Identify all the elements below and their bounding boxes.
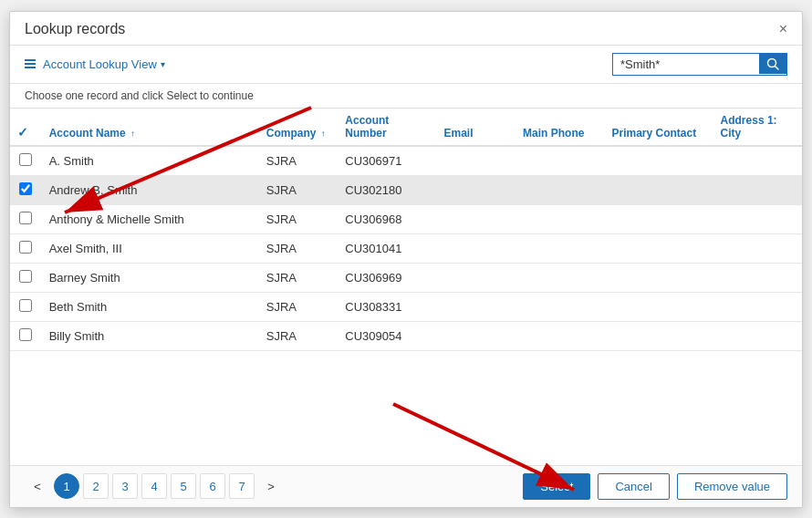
row-checkbox-cell[interactable]: [10, 175, 42, 204]
sort-icon: ↑: [321, 129, 326, 139]
dialog-title: Lookup records: [25, 21, 125, 37]
page-5-button[interactable]: 5: [171, 473, 196, 499]
svg-line-1: [776, 67, 779, 70]
table-row[interactable]: Beth Smith SJRA CU308331: [10, 292, 802, 321]
company-cell: SJRA: [259, 175, 338, 204]
view-label: Account Lookup View: [43, 57, 157, 71]
search-input[interactable]: [613, 54, 759, 75]
dialog-toolbar: Account Lookup View ▾: [10, 46, 802, 84]
primary-contact-cell: [605, 233, 713, 263]
address-city-cell: [713, 263, 802, 292]
row-checkbox[interactable]: [19, 241, 32, 254]
email-cell: [437, 263, 516, 292]
sort-icon: ↑: [130, 129, 135, 139]
cancel-button[interactable]: Cancel: [598, 473, 669, 500]
main-phone-header[interactable]: Main Phone: [515, 109, 604, 146]
table-container[interactable]: ✓ Account Name ↑ Company ↑ Account Numbe…: [10, 109, 802, 465]
select-all-header: ✓: [10, 109, 42, 146]
checkmark-icon: ✓: [17, 125, 28, 140]
email-cell: [437, 233, 516, 263]
company-cell: SJRA: [259, 263, 338, 292]
account-number-header[interactable]: Account Number: [338, 109, 436, 146]
table-row[interactable]: Anthony & Michelle Smith SJRA CU306968: [10, 204, 802, 233]
account-name-cell: Beth Smith: [42, 292, 259, 321]
records-table: ✓ Account Name ↑ Company ↑ Account Numbe…: [10, 109, 802, 351]
row-checkbox-cell[interactable]: [10, 146, 42, 176]
row-checkbox-cell[interactable]: [10, 204, 42, 233]
email-cell: [437, 204, 516, 233]
table-row[interactable]: A. Smith SJRA CU306971: [10, 146, 802, 176]
table-header-row: ✓ Account Name ↑ Company ↑ Account Numbe…: [10, 109, 802, 146]
address-city-cell: [713, 292, 802, 321]
table-row[interactable]: Axel Smith, III SJRA CU301041: [10, 233, 802, 263]
account-name-header[interactable]: Account Name ↑: [42, 109, 259, 146]
primary-contact-cell: [605, 175, 713, 204]
pagination: < 1 2 3 4 5 6 7 >: [25, 473, 284, 499]
address-city-cell: [713, 321, 802, 350]
remove-value-button[interactable]: Remove value: [677, 473, 787, 500]
row-checkbox[interactable]: [19, 328, 32, 341]
row-checkbox[interactable]: [19, 212, 32, 224]
action-buttons: Select Cancel Remove value: [523, 473, 787, 500]
primary-contact-cell: [605, 204, 713, 233]
dialog-body: ✓ Account Name ↑ Company ↑ Account Numbe…: [10, 109, 802, 465]
account-name-cell: Axel Smith, III: [42, 233, 259, 263]
table-body: A. Smith SJRA CU306971 Andrew B. Smith S…: [10, 146, 802, 351]
account-number-cell: CU306968: [338, 204, 436, 233]
email-cell: [437, 321, 516, 350]
primary-contact-header[interactable]: Primary Contact: [605, 109, 713, 146]
select-button[interactable]: Select: [523, 473, 590, 500]
main-phone-cell: [515, 292, 604, 321]
address-city-header[interactable]: Address 1: City: [713, 109, 802, 146]
row-checkbox[interactable]: [19, 182, 32, 195]
row-checkbox-cell[interactable]: [10, 263, 42, 292]
email-header[interactable]: Email: [437, 109, 516, 146]
page-3-button[interactable]: 3: [112, 473, 138, 499]
page-6-button[interactable]: 6: [200, 473, 225, 499]
company-cell: SJRA: [259, 321, 338, 350]
row-checkbox[interactable]: [19, 153, 32, 166]
address-city-cell: [713, 233, 802, 263]
table-row[interactable]: Barney Smith SJRA CU306969: [10, 263, 802, 292]
main-phone-cell: [515, 146, 604, 176]
primary-contact-cell: [605, 321, 713, 350]
main-phone-cell: [515, 233, 604, 263]
account-number-cell: CU301041: [338, 233, 436, 263]
account-name-cell: Billy Smith: [42, 321, 259, 350]
search-box: [612, 53, 787, 76]
instruction-text: Choose one record and click Select to co…: [10, 84, 802, 109]
row-checkbox[interactable]: [19, 299, 32, 312]
company-cell: SJRA: [259, 146, 338, 176]
table-row[interactable]: Billy Smith SJRA CU309054: [10, 321, 802, 350]
row-checkbox-cell[interactable]: [10, 233, 42, 263]
row-checkbox-cell[interactable]: [10, 292, 42, 321]
primary-contact-cell: [605, 263, 713, 292]
next-page-button[interactable]: >: [258, 473, 284, 499]
close-button[interactable]: ×: [779, 22, 787, 36]
page-4-button[interactable]: 4: [141, 473, 167, 499]
view-selector[interactable]: Account Lookup View ▾: [25, 57, 165, 71]
account-name-cell: A. Smith: [42, 146, 259, 176]
email-cell: [437, 146, 516, 176]
search-button[interactable]: [759, 54, 786, 74]
row-checkbox[interactable]: [19, 270, 32, 283]
row-checkbox-cell[interactable]: [10, 321, 42, 350]
page-7-button[interactable]: 7: [229, 473, 255, 499]
table-row[interactable]: Andrew B. Smith SJRA CU302180: [10, 175, 802, 204]
prev-page-button[interactable]: <: [25, 473, 50, 499]
dialog-footer: < 1 2 3 4 5 6 7 > Select Cancel Remove v…: [10, 465, 802, 507]
primary-contact-cell: [605, 146, 713, 176]
company-cell: SJRA: [259, 204, 338, 233]
account-number-cell: CU308331: [338, 292, 436, 321]
page-1-button[interactable]: 1: [54, 473, 79, 499]
company-cell: SJRA: [259, 292, 338, 321]
dialog-header: Lookup records ×: [10, 12, 802, 46]
email-cell: [437, 292, 516, 321]
list-view-icon: [25, 59, 36, 68]
account-number-cell: CU306971: [338, 146, 436, 176]
company-header[interactable]: Company ↑: [259, 109, 338, 146]
lookup-dialog: Lookup records × Account Lookup View ▾ C…: [9, 11, 803, 508]
account-name-cell: Barney Smith: [42, 263, 259, 292]
page-2-button[interactable]: 2: [83, 473, 109, 499]
address-city-cell: [713, 146, 802, 176]
